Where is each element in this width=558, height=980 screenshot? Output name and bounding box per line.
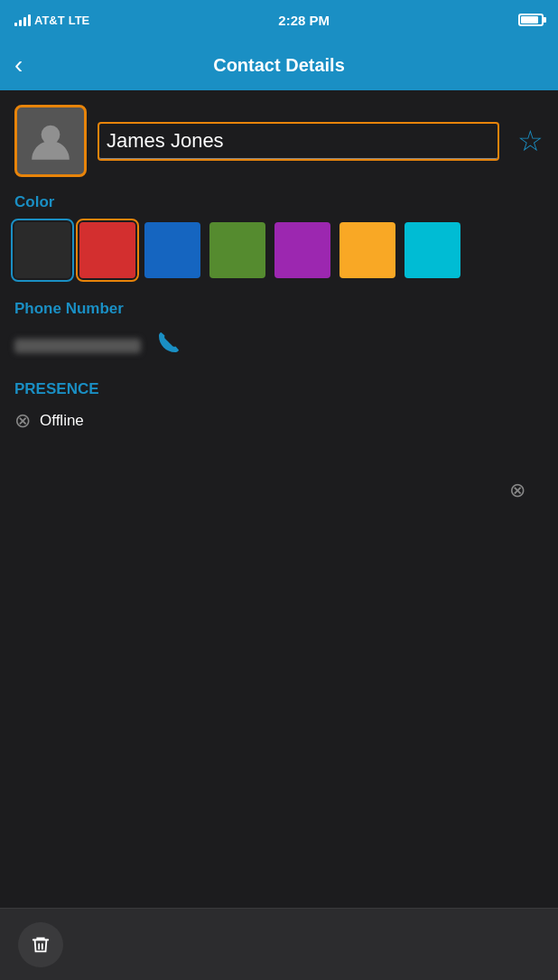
color-swatch-red[interactable] — [79, 222, 135, 278]
phone-icon — [155, 329, 182, 356]
offline-icon: ⊗ — [14, 409, 31, 433]
header: ‹ Contact Details — [0, 40, 558, 90]
name-input[interactable] — [99, 124, 498, 159]
signal-icon — [14, 14, 31, 26]
status-bar: AT&T LTE 2:28 PM — [0, 0, 558, 40]
phone-section-label: Phone Number — [14, 300, 544, 318]
carrier-label: AT&T — [34, 14, 65, 27]
contact-row: ⊗ ☆ — [14, 105, 544, 177]
favorite-icon[interactable]: ☆ — [517, 124, 544, 158]
carrier-info: AT&T LTE — [14, 14, 89, 27]
name-input-wrapper — [99, 124, 498, 159]
color-swatch-green[interactable] — [209, 222, 265, 278]
avatar[interactable] — [14, 105, 87, 177]
color-swatch-purple[interactable] — [274, 222, 330, 278]
color-swatch-orange[interactable] — [339, 222, 395, 278]
delete-button[interactable] — [18, 922, 63, 967]
battery-icon — [518, 14, 544, 26]
back-button[interactable]: ‹ — [14, 52, 23, 78]
color-swatch-black[interactable] — [14, 222, 70, 278]
bottom-bar — [0, 908, 558, 980]
battery-container — [518, 14, 544, 26]
clear-icon[interactable]: ⊗ — [509, 479, 525, 502]
network-label: LTE — [69, 14, 90, 27]
call-icon[interactable] — [155, 329, 182, 362]
content-area: ⊗ ☆ Color Phone Number PRESENCE ⊗ Offlin… — [0, 90, 558, 465]
color-swatch-blue[interactable] — [144, 222, 200, 278]
trash-icon — [31, 935, 51, 955]
status-time: 2:28 PM — [278, 13, 330, 28]
presence-status: Offline — [40, 412, 84, 430]
phone-number-value — [14, 339, 141, 353]
color-swatch-cyan[interactable] — [405, 222, 460, 278]
phone-row — [14, 329, 544, 362]
presence-section: PRESENCE ⊗ Offline — [14, 380, 544, 433]
color-swatches — [14, 222, 544, 278]
page-title: Contact Details — [213, 55, 345, 76]
presence-section-label: PRESENCE — [14, 380, 544, 398]
person-icon — [27, 117, 74, 164]
phone-section: Phone Number — [14, 300, 544, 362]
presence-row: ⊗ Offline — [14, 409, 544, 433]
color-section-label: Color — [14, 193, 544, 211]
battery-fill — [521, 16, 538, 23]
